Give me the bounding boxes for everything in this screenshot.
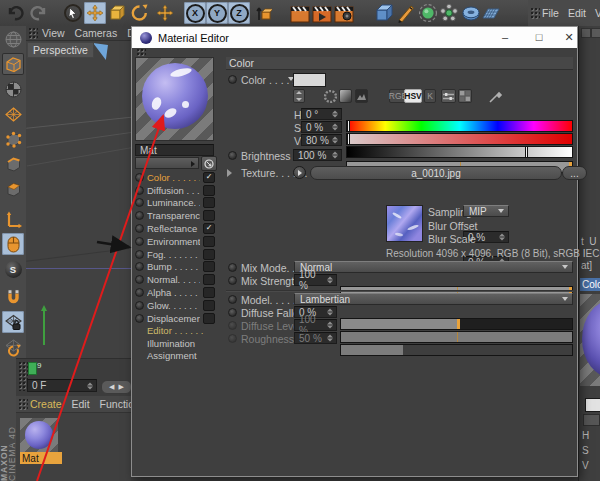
mix-strength-field[interactable]: 100 % — [294, 274, 337, 286]
channel-row-luminance[interactable]: Luminance. . — [135, 197, 215, 210]
menu-view[interactable]: View — [595, 7, 600, 19]
viewport-menu-cameras[interactable]: Cameras — [75, 27, 118, 39]
material-preview[interactable] — [135, 57, 214, 141]
value-field[interactable]: 80 % — [301, 134, 342, 146]
page-illumination[interactable]: Illumination — [135, 337, 215, 349]
primitive-cube-icon[interactable] — [373, 2, 395, 24]
channel-dot-icon[interactable] — [135, 186, 144, 195]
anim-dot-icon[interactable] — [228, 276, 237, 285]
channel-checkbox[interactable] — [203, 210, 215, 221]
channel-row-bump[interactable]: Bump . . . . . . — [135, 261, 215, 274]
channel-dot-icon[interactable] — [135, 224, 144, 233]
edges-mode-icon[interactable] — [2, 153, 24, 175]
color-wheel-icon[interactable] — [323, 89, 337, 103]
model-dropdown[interactable]: Lambertian — [294, 293, 573, 305]
current-frame-field[interactable]: 0 F — [27, 379, 97, 392]
model-mode-icon[interactable] — [2, 53, 24, 75]
anim-dot-icon[interactable] — [228, 263, 237, 272]
sampling-dropdown[interactable]: MIP — [463, 205, 509, 217]
texture-thumbnail[interactable] — [386, 205, 423, 242]
lock-z-axis-button[interactable]: Z — [228, 2, 250, 24]
texture-expander-icon[interactable] — [227, 169, 232, 177]
close-button[interactable]: ✕ — [558, 29, 580, 45]
channel-row-normal[interactable]: Normal. . . . . — [135, 273, 215, 286]
matmgr-menu-create[interactable]: Create — [30, 398, 62, 410]
magnet-snap-icon[interactable] — [2, 286, 24, 308]
dialog-grip[interactable] — [136, 48, 146, 57]
matmgr-menu-edit[interactable]: Edit — [72, 398, 90, 410]
material-name-input[interactable]: Mat — [135, 144, 214, 156]
camera-label[interactable]: Perspective — [27, 42, 94, 58]
channel-row-glow[interactable]: Glow. . . . . . . — [135, 299, 215, 312]
channel-checkbox[interactable] — [203, 287, 215, 298]
channel-dot-icon[interactable] — [135, 198, 144, 207]
channel-row-color[interactable]: Color . . . . . .✓ — [135, 171, 215, 184]
prev-frame-button[interactable]: ◀ — [109, 383, 114, 391]
modeling-array-icon[interactable] — [438, 2, 460, 24]
maximize-button[interactable]: □ — [528, 29, 550, 45]
channel-dot-icon[interactable] — [135, 314, 144, 323]
channel-checkbox[interactable] — [203, 274, 215, 285]
viewport[interactable]: View Cameras Display Perspective — [26, 26, 131, 358]
channel-checkbox[interactable] — [203, 300, 215, 311]
channel-dot-icon[interactable] — [135, 262, 144, 271]
deformer-icon[interactable] — [460, 2, 482, 24]
saturation-field[interactable]: 0 % — [301, 121, 342, 133]
channel-dot-icon[interactable] — [135, 288, 144, 297]
viewport-grip[interactable] — [28, 27, 38, 39]
render-picture-viewer-icon[interactable] — [311, 2, 333, 24]
material-thumbnail[interactable] — [20, 418, 58, 452]
eyedropper-icon[interactable] — [488, 89, 504, 103]
channel-checkbox[interactable] — [203, 197, 215, 208]
attr-color-tab[interactable]: Colo — [580, 278, 600, 291]
generator-icon[interactable] — [417, 2, 439, 24]
scale-tool-icon[interactable] — [106, 2, 128, 24]
channel-row-alpha[interactable]: Alpha . . . . . . — [135, 286, 215, 299]
texture-browse-button[interactable]: ... — [562, 166, 587, 180]
dialog-titlebar[interactable]: Material Editor – □ ✕ — [132, 27, 577, 48]
gradient-spectrum-icon[interactable] — [339, 89, 352, 103]
frame-step-buttons[interactable]: ◀ ▶ — [101, 380, 132, 394]
anim-dot-icon[interactable] — [228, 75, 237, 84]
make-editable-icon[interactable] — [2, 28, 24, 50]
brightness-field[interactable]: 100 % — [293, 149, 342, 161]
compact-mode-icon[interactable] — [293, 89, 305, 103]
redo-icon[interactable] — [28, 2, 50, 24]
panel-corner-icon[interactable] — [581, 28, 591, 38]
menubar-grip[interactable] — [530, 7, 540, 19]
page-assignment[interactable]: Assignment — [135, 349, 215, 361]
mix-mode-dropdown[interactable]: Normal — [294, 261, 573, 273]
channel-dot-icon[interactable] — [135, 301, 144, 310]
timeline-key-marker[interactable]: 9 — [28, 362, 37, 375]
channel-dot-icon[interactable] — [135, 250, 144, 259]
snap-s-icon[interactable]: S — [2, 258, 24, 280]
matmgr-grip[interactable] — [18, 398, 28, 410]
channel-checkbox[interactable] — [203, 236, 215, 247]
channel-checkbox[interactable]: ✓ — [203, 223, 215, 234]
channel-dot-icon[interactable] — [135, 275, 144, 284]
frame-spinner[interactable] — [87, 382, 94, 389]
texture-file-button[interactable]: a_0010.jpg — [310, 166, 562, 180]
minimize-button[interactable]: – — [494, 29, 516, 45]
channel-row-transparency[interactable]: Transparency — [135, 209, 215, 222]
channel-dot-icon[interactable] — [135, 211, 144, 220]
color-swatch[interactable] — [293, 73, 326, 87]
channel-row-fog[interactable]: Fog. . . . . . . . — [135, 248, 215, 261]
channel-checkbox[interactable] — [203, 313, 215, 324]
channel-row-environment[interactable]: Environment — [135, 235, 215, 248]
anim-dot-icon[interactable] — [228, 308, 237, 317]
workplane-cycle-icon[interactable] — [2, 336, 24, 358]
spline-pen-icon[interactable] — [395, 2, 417, 24]
render-settings-icon[interactable] — [333, 2, 355, 24]
attr-small-button[interactable] — [583, 414, 600, 426]
rotate-tool-icon[interactable] — [128, 2, 150, 24]
swatch-mixer-icon[interactable] — [458, 89, 472, 103]
channel-checkbox[interactable] — [203, 261, 215, 272]
hsv-mode-button[interactable]: HSV — [404, 89, 422, 103]
live-selection-icon[interactable] — [62, 2, 84, 24]
sliders-mode-icon[interactable] — [441, 89, 456, 103]
menu-edit[interactable]: Edit — [568, 7, 586, 19]
lock-x-axis-button[interactable]: X — [184, 2, 206, 24]
channel-row-reflectance[interactable]: Reflectance✓ — [135, 222, 215, 235]
floor-grid-icon[interactable] — [480, 2, 502, 24]
